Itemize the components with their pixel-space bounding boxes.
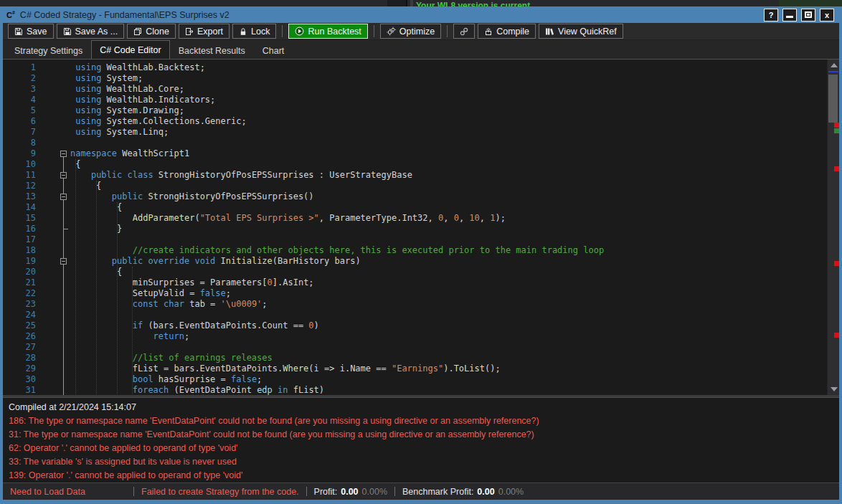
code-text: using WealthLab.Indicators; — [69, 95, 215, 105]
lock-button[interactable]: Lock — [232, 24, 276, 39]
code-text: if (bars.EventDataPoints.Count == 0) — [69, 320, 319, 331]
collapse-icon[interactable]: − — [60, 172, 67, 179]
fold-margin — [44, 116, 69, 127]
fold-toggle[interactable]: − — [44, 170, 69, 181]
code-line[interactable]: 10 { — [3, 159, 839, 170]
code-line[interactable]: 31 foreach (EventDataPoint edp in fList) — [3, 385, 839, 395]
maximize-button[interactable] — [801, 9, 815, 22]
fold-margin — [44, 181, 69, 191]
optimize-icon — [387, 27, 396, 36]
code-line[interactable]: 14 { — [3, 202, 839, 213]
link-icon — [460, 27, 468, 36]
code-line[interactable]: 26 return; — [3, 331, 839, 342]
run-icon — [295, 27, 304, 36]
tab-backtest-results[interactable]: Backtest Results — [170, 42, 254, 59]
close-button[interactable]: x — [820, 9, 834, 22]
compiler-error[interactable]: 31: The type or namespace name 'EventDat… — [9, 428, 839, 442]
code-line[interactable]: 13− public StrongHistoryOfPosEPSSurprise… — [3, 191, 839, 202]
code-line[interactable]: 11− public class StrongHistoryOfPosEPSSu… — [3, 170, 839, 181]
fold-toggle[interactable]: − — [44, 256, 69, 267]
compiler-error[interactable]: 62: Operator '.' cannot be applied to op… — [9, 442, 839, 455]
fold-margin — [44, 385, 69, 395]
tab-strategy-settings[interactable]: Strategy Settings — [6, 42, 91, 59]
code-editor[interactable]: 1 using WealthLab.Backtest;2 using Syste… — [3, 60, 839, 395]
code-line[interactable]: 20 { — [3, 267, 839, 277]
code-line[interactable]: 29 fList = bars.EventDataPoints.Where(i … — [3, 363, 839, 374]
code-line[interactable]: 25 if (bars.EventDataPoints.Count == 0) — [3, 320, 839, 331]
red-error-mark[interactable] — [834, 166, 839, 171]
toolbar-separator — [282, 25, 283, 37]
code-text — [69, 310, 70, 320]
code-text: const char tab = '\u0009'; — [69, 299, 268, 310]
code-line[interactable]: 27 — [3, 342, 839, 353]
background-green-panel — [779, 0, 842, 6]
red-error-mark[interactable] — [834, 261, 839, 266]
optimize-button[interactable]: Optimize — [380, 24, 441, 39]
scrollbar-thumb[interactable] — [828, 75, 838, 123]
collapse-icon[interactable]: − — [60, 151, 67, 157]
code-line[interactable]: 1 using WealthLab.Backtest; — [3, 62, 839, 73]
red-error-mark[interactable] — [834, 333, 839, 338]
red-error-mark[interactable] — [834, 123, 839, 128]
collapse-icon[interactable]: − — [60, 258, 67, 265]
save-button[interactable]: Save — [8, 24, 54, 39]
lock-button-label: Lock — [251, 27, 270, 37]
code-line[interactable]: 2 using System; — [3, 73, 839, 84]
titlebar[interactable]: C# C# Coded Strategy - Fundamental\EPS S… — [3, 6, 839, 23]
run-backtest-button[interactable]: Run Backtest — [288, 24, 367, 39]
minimize-button[interactable] — [782, 9, 797, 22]
compiler-error[interactable]: 139: Operator '.' cannot be applied to o… — [9, 469, 839, 482]
code-line[interactable]: 17 — [3, 234, 839, 245]
code-line[interactable]: 18 //create indicators and other objects… — [3, 245, 839, 256]
green-error-mark[interactable] — [834, 128, 839, 133]
compiler-error[interactable]: 186: The type or namespace name 'EventDa… — [9, 414, 839, 428]
scroll-down-icon[interactable] — [828, 384, 839, 394]
status-message: Failed to create Strategy from the code. — [141, 487, 299, 497]
code-line[interactable]: 19− public override void Initialize(BarH… — [3, 256, 839, 267]
line-number: 6 — [3, 116, 44, 127]
code-text: return; — [69, 331, 189, 342]
compiler-error[interactable]: 33: The variable 's' is assigned but its… — [9, 455, 839, 469]
code-text: using System.Linq; — [69, 127, 169, 138]
code-line[interactable]: 21 minSurprises = Parameters[0].AsInt; — [3, 277, 839, 288]
code-line[interactable]: 3 using WealthLab.Core; — [3, 84, 839, 95]
code-line[interactable]: 30 bool hasSurprise = false; — [3, 374, 839, 385]
save-as-button[interactable]: Save As ... — [57, 24, 125, 39]
view-quickref-button[interactable]: View QuickRef — [539, 24, 623, 39]
fold-toggle[interactable]: − — [44, 191, 69, 202]
line-number: 24 — [3, 310, 44, 320]
line-number: 31 — [3, 385, 44, 395]
editor-scrollbar[interactable] — [827, 60, 839, 395]
fold-toggle[interactable]: − — [44, 148, 69, 159]
compile-button[interactable]: Compile — [478, 24, 536, 39]
code-text: minSurprises = Parameters[0].AsInt; — [69, 277, 314, 288]
code-line[interactable]: 16 } — [3, 224, 839, 234]
tab-c-code-editor[interactable]: C# Code Editor — [91, 40, 169, 59]
code-line[interactable]: 5 using System.Drawing; — [3, 105, 839, 116]
code-line[interactable]: 8 — [3, 138, 839, 148]
statusbar-separator — [133, 487, 134, 496]
code-text: } — [69, 224, 122, 234]
code-line[interactable]: 9−namespace WealthScript1 — [3, 148, 839, 159]
code-line[interactable]: 24 — [3, 310, 839, 320]
save-as-icon — [63, 27, 72, 36]
code-line[interactable]: 4 using WealthLab.Indicators; — [3, 95, 839, 105]
help-button[interactable]: ? — [764, 9, 778, 22]
code-line[interactable]: 7 using System.Linq; — [3, 127, 839, 138]
code-line[interactable]: 23 const char tab = '\u0009'; — [3, 299, 839, 310]
collapse-icon[interactable]: − — [60, 194, 67, 200]
lock-icon — [239, 27, 247, 36]
status-message: Need to Load Data — [10, 487, 126, 497]
code-line[interactable]: 12 { — [3, 181, 839, 191]
link-button[interactable] — [453, 24, 475, 39]
tab-chart[interactable]: Chart — [254, 42, 293, 59]
code-line[interactable]: 22 SetupValid = false; — [3, 288, 839, 299]
export-button[interactable]: Export — [179, 24, 230, 39]
code-line[interactable]: 15 AddParameter("Total EPS Surprises >",… — [3, 213, 839, 224]
code-line[interactable]: 6 using System.Collections.Generic; — [3, 116, 839, 127]
fold-margin — [44, 73, 69, 84]
background-panel — [387, 0, 407, 6]
clone-button[interactable]: Clone — [127, 24, 176, 39]
code-line[interactable]: 28 //list of earnings releases — [3, 353, 839, 363]
scroll-up-icon[interactable] — [828, 60, 839, 70]
